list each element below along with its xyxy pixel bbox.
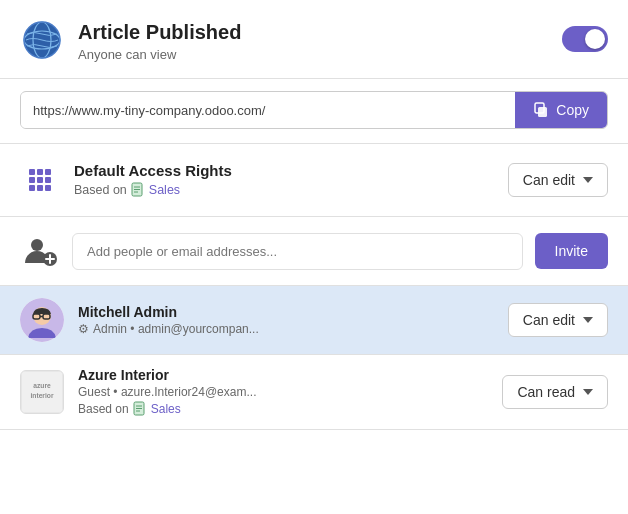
url-section: Copy	[0, 79, 628, 144]
user-permission-dropdown-mitchell[interactable]: Can edit	[508, 303, 608, 337]
toggle-switch[interactable]	[562, 26, 608, 52]
chevron-down-icon	[583, 317, 593, 323]
sales-link[interactable]: Sales	[149, 183, 180, 197]
doc-icon	[131, 182, 145, 198]
user-permission-mitchell: Can edit	[523, 312, 575, 328]
dialog-title: Article Published	[78, 19, 546, 45]
url-input[interactable]	[21, 93, 515, 128]
user-row-azure: azure interior Azure Interior Guest • az…	[0, 355, 628, 430]
invite-section: Invite	[0, 217, 628, 286]
grid-icon	[29, 169, 51, 191]
avatar-azure: azure interior	[20, 370, 64, 414]
svg-text:azure: azure	[33, 382, 51, 389]
user-role-mitchell: Admin • admin@yourcompan...	[93, 322, 259, 336]
copy-icon	[533, 102, 549, 118]
access-rights-text: Default Access Rights Based on Sales	[74, 162, 508, 198]
user-permission-azure: Can read	[517, 384, 575, 400]
invite-button[interactable]: Invite	[535, 233, 608, 269]
user-role-azure: Guest • azure.Interior24@exam...	[78, 385, 256, 399]
user-info-mitchell: Mitchell Admin ⚙ Admin • admin@yourcompa…	[78, 304, 508, 336]
user-meta-mitchell: ⚙ Admin • admin@yourcompan...	[78, 322, 508, 336]
avatar-mitchell	[20, 298, 64, 342]
globe-icon	[20, 18, 64, 62]
add-person-icon	[20, 231, 60, 271]
access-rights-subtitle: Based on Sales	[74, 182, 508, 198]
based-on-prefix: Based on	[74, 183, 127, 197]
share-dialog: Article Published Anyone can view Copy	[0, 0, 628, 430]
chevron-down-icon	[583, 177, 593, 183]
access-rights-dropdown[interactable]: Can edit	[508, 163, 608, 197]
azure-avatar: azure interior	[21, 370, 63, 414]
mitchell-avatar	[20, 298, 64, 342]
user-name-azure: Azure Interior	[78, 367, 502, 383]
user-based-azure: Based on Sales	[78, 401, 502, 417]
user-info-azure: Azure Interior Guest • azure.Interior24@…	[78, 367, 502, 417]
url-row: Copy	[20, 91, 608, 129]
gear-icon: ⚙	[78, 322, 89, 336]
user-meta-azure: Guest • azure.Interior24@exam...	[78, 385, 502, 399]
add-user-icon	[22, 233, 58, 269]
invite-input[interactable]	[72, 233, 523, 270]
doc-icon-azure	[133, 401, 147, 417]
copy-label: Copy	[556, 102, 589, 118]
publish-toggle[interactable]	[562, 26, 608, 55]
based-on-prefix-azure: Based on	[78, 402, 129, 416]
user-name-mitchell: Mitchell Admin	[78, 304, 508, 320]
access-rights-section: Default Access Rights Based on Sales Can…	[0, 144, 628, 217]
invite-label: Invite	[555, 243, 588, 259]
chevron-down-icon	[583, 389, 593, 395]
header-text: Article Published Anyone can view	[78, 19, 546, 62]
svg-point-10	[31, 239, 43, 251]
user-permission-dropdown-azure[interactable]: Can read	[502, 375, 608, 409]
sales-link-azure[interactable]: Sales	[151, 402, 181, 416]
user-row-mitchell: Mitchell Admin ⚙ Admin • admin@yourcompa…	[0, 286, 628, 355]
access-rights-value: Can edit	[523, 172, 575, 188]
svg-text:interior: interior	[31, 392, 54, 399]
header-section: Article Published Anyone can view	[0, 0, 628, 79]
dialog-subtitle: Anyone can view	[78, 47, 546, 62]
svg-rect-4	[538, 107, 547, 117]
access-rights-icon	[20, 160, 60, 200]
copy-button[interactable]: Copy	[515, 92, 607, 128]
access-rights-title: Default Access Rights	[74, 162, 508, 179]
